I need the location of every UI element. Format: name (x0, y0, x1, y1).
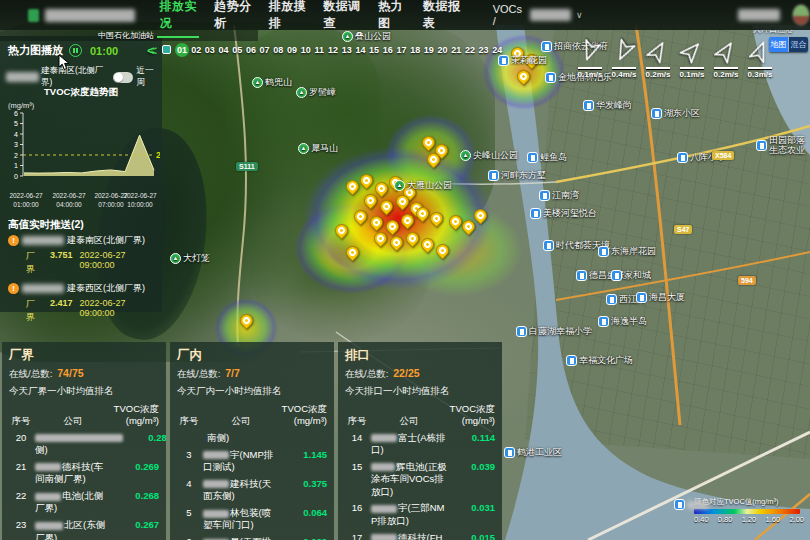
nav-tab-3[interactable]: 排放摸排 (267, 0, 309, 38)
nav-tab-6[interactable]: 数据报表 (421, 0, 463, 38)
table-row[interactable]: 22电池(北侧厂界)0.268 (9, 490, 159, 515)
table-row[interactable]: 6显(天面排口西侧)0.029 (177, 536, 327, 540)
table-row[interactable]: 16宇(三部NMP排放口)0.031 (345, 502, 495, 527)
wind-underline (578, 67, 602, 69)
timeline-hour-05[interactable]: 05 (232, 44, 243, 57)
map-label-text: 犀马山 (311, 142, 338, 155)
timeline-hour-21[interactable]: 21 (451, 44, 462, 57)
timeline-hour-19[interactable]: 19 (423, 44, 434, 57)
timeline-hour-24[interactable]: 24 (492, 44, 503, 57)
timeline-hour-04[interactable]: 04 (218, 44, 229, 57)
timeline-hour-18[interactable]: 18 (410, 44, 421, 57)
map-label-14: ▲大雁山公园 (394, 179, 452, 192)
row-company: 辉电池(正极涂布车间VOCs排放口) (369, 461, 449, 498)
alert-item-2[interactable]: !建泰西区(北侧厂界)厂界2.4172022-06-27 09:00:00 (8, 282, 158, 324)
online-label: 在线/总数: (9, 368, 52, 381)
online-label: 在线/总数: (177, 368, 220, 381)
map-label-24: 海昌大厦 (636, 291, 685, 304)
table-title: 厂内 (177, 347, 327, 364)
timeline-hour-08[interactable]: 08 (273, 44, 284, 57)
svg-text:6: 6 (14, 110, 18, 117)
map-label-text: 河畔东方墅 (501, 169, 546, 182)
row-num: 23 (9, 519, 33, 530)
vocs-dropdown[interactable]: VOCs / ∨ (493, 3, 583, 27)
table-row[interactable]: 20侧)0.285 (9, 432, 159, 457)
timeline-prev-chevron-icon[interactable]: < (147, 43, 155, 58)
map-type-map-button[interactable]: 地图 (769, 37, 788, 52)
wind-speed: 0.3m/s (748, 70, 773, 79)
map-label-text: 华发峰尚 (596, 99, 632, 112)
timeline-hour-09[interactable]: 09 (287, 44, 298, 57)
map-label-text: 海逸半岛 (611, 315, 647, 328)
timeline-hour-11[interactable]: 11 (314, 44, 325, 57)
pause-button[interactable] (69, 44, 82, 57)
timeline-hour-15[interactable]: 15 (369, 44, 380, 57)
timeline-hour-16[interactable]: 16 (382, 44, 393, 57)
timeline-hour-06[interactable]: 06 (245, 44, 256, 57)
timeline-hour-12[interactable]: 12 (328, 44, 339, 57)
alert-time: 2022-06-27 09:00:00 (79, 250, 158, 276)
alert-item-1[interactable]: !建泰南区(北侧厂界)厂界3.7512022-06-27 09:00:00 (8, 234, 158, 276)
nav-tab-2[interactable]: 趋势分析 (212, 0, 254, 38)
nav-tab-4[interactable]: 数据调查 (321, 0, 363, 38)
timeline-hour-07[interactable]: 07 (259, 44, 270, 57)
table-row[interactable]: 23北区(东侧厂界)0.267 (9, 519, 159, 540)
vocs-label: VOCs / (493, 3, 526, 27)
table-header-row: 序号公司TVOC浓度(mg/m³) (9, 403, 159, 428)
map-label-text: 大灯笼 (183, 252, 210, 265)
row-value: 0.039 (449, 461, 495, 473)
row-company: 北区(东侧厂界) (33, 519, 113, 540)
range-toggle[interactable] (113, 72, 133, 83)
chart-x-tick-2: 2022-06-2704:00:00 (47, 192, 91, 210)
tvoc-trend-chart[interactable]: 01234562 (2, 110, 160, 190)
timeline-hour-03[interactable]: 03 (204, 44, 215, 57)
nav-tab-5[interactable]: 热力图 (376, 0, 408, 38)
row-value: 0.015 (449, 532, 495, 540)
map-label-2: ▲罗髻嶂 (296, 86, 336, 99)
timeline-hour-01[interactable]: 01 (175, 43, 189, 57)
chart-x-labels: 2022-06-2701:00:002022-06-2704:00:002022… (0, 192, 162, 212)
row-company: 富士(A栋排口) (369, 432, 449, 457)
row-value: 0.267 (113, 519, 159, 531)
map-label-17: 田园部落生态农业 (756, 136, 810, 156)
wind-underline (612, 67, 636, 69)
timeline-hour-20[interactable]: 20 (437, 44, 448, 57)
table-row[interactable]: 17德科技(FHMP1007)0.015 (345, 532, 495, 540)
table-row[interactable]: 5林包装(喷塑车间门口)0.064 (177, 507, 327, 532)
table-row[interactable]: 21德科技(车间南侧厂界)0.269 (9, 461, 159, 486)
table-row[interactable]: 14富士(A栋排口)0.114 (345, 432, 495, 457)
svg-text:3: 3 (14, 141, 18, 148)
table-row[interactable]: 15辉电池(正极涂布车间VOCs排放口)0.039 (345, 461, 495, 498)
timeline-hour-14[interactable]: 14 (355, 44, 366, 57)
row-value: 0.268 (113, 490, 159, 502)
alert-row-detail: 厂界2.4172022-06-27 09:00:00 (26, 298, 158, 324)
poi-icon (488, 170, 499, 181)
avatar[interactable] (792, 4, 810, 26)
legend-tick-5: 2.00 (789, 515, 804, 524)
timeline-hour-13[interactable]: 13 (341, 44, 352, 57)
timeline-hour-10[interactable]: 10 (300, 44, 311, 57)
wind-arrow-icon (647, 40, 669, 66)
road-shield-S111: S111 (236, 162, 258, 171)
col-header-value: TVOC浓度(mg/m³) (281, 403, 327, 428)
poi-icon (606, 294, 617, 305)
col-header-num: 序号 (177, 415, 201, 428)
map-type-hybrid-button[interactable]: 混合 (789, 37, 808, 52)
nav-tab-1[interactable]: 排放实况 (157, 0, 199, 38)
table-row[interactable]: 4建科技(天面东侧)0.375 (177, 478, 327, 503)
map-label-20: 东海岸花园 (598, 245, 656, 258)
timeline-hour-23[interactable]: 23 (478, 44, 489, 57)
row-value: 0.114 (449, 432, 495, 444)
wind-arrow-icon (681, 40, 703, 66)
timeline-hour-02[interactable]: 02 (191, 44, 202, 57)
table-row[interactable]: 3宇(NMP排口测试)1.145 (177, 449, 327, 474)
row-num: 6 (177, 536, 201, 540)
timeline-hour-17[interactable]: 17 (396, 44, 407, 57)
timeline-hour-22[interactable]: 22 (464, 44, 475, 57)
wind-indicator-5: 0.2m/s (714, 40, 738, 79)
map-label-text: 海昌大厦 (649, 291, 685, 304)
map-label-26: 白藤湖幸福小学 (516, 325, 592, 338)
poi-icon (566, 355, 577, 366)
poi-icon (583, 100, 594, 111)
mountain-icon: ▲ (296, 87, 307, 98)
